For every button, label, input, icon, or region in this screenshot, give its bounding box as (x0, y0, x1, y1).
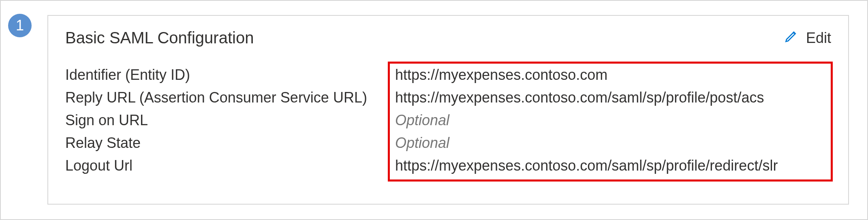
card-title: Basic SAML Configuration (65, 29, 254, 47)
edit-button[interactable]: Edit (784, 29, 831, 47)
edit-button-label: Edit (806, 30, 831, 47)
pencil-icon (784, 29, 799, 47)
config-label-identifier: Identifier (Entity ID) (65, 66, 389, 83)
config-value-logout-url: https://myexpenses.contoso.com/saml/sp/p… (389, 157, 831, 174)
step-number: 1 (16, 17, 24, 34)
config-label-logout-url: Logout Url (65, 157, 389, 174)
card-header: Basic SAML Configuration Edit (65, 29, 831, 47)
basic-saml-card: Basic SAML Configuration Edit Identifier… (47, 15, 849, 205)
config-value-reply-url: https://myexpenses.contoso.com/saml/sp/p… (389, 89, 831, 106)
config-grid: Identifier (Entity ID) https://myexpense… (65, 66, 831, 174)
config-label-relay-state: Relay State (65, 135, 389, 152)
step-number-badge: 1 (8, 14, 32, 37)
config-value-identifier: https://myexpenses.contoso.com (389, 66, 831, 83)
config-label-reply-url: Reply URL (Assertion Consumer Service UR… (65, 89, 389, 106)
saml-config-section: 1 Basic SAML Configuration Edit Identifi… (0, 0, 868, 220)
config-value-sign-on-url: Optional (389, 112, 831, 129)
config-value-relay-state: Optional (389, 135, 831, 152)
config-label-sign-on-url: Sign on URL (65, 112, 389, 129)
